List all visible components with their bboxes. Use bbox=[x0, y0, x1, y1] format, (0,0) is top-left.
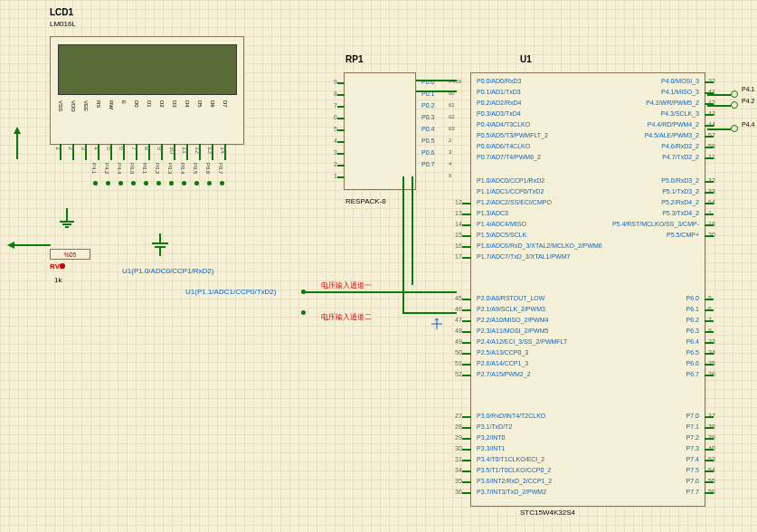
lcd-pin-num: 12 bbox=[194, 147, 201, 154]
lcd-pin-num: 9 bbox=[156, 147, 163, 150]
u1-lwire bbox=[462, 438, 471, 440]
wire-p44-out bbox=[707, 128, 731, 130]
u1-pin-right: P6.7 bbox=[686, 371, 699, 377]
rp1-net: P0.7 bbox=[421, 161, 434, 167]
u1-rwire bbox=[705, 136, 714, 138]
term-p41[interactable] bbox=[731, 90, 738, 98]
lcd-ref: LCD1 bbox=[50, 7, 73, 17]
rv1-component[interactable]: %05 bbox=[50, 249, 90, 260]
u1-pin-lnum: 48 bbox=[455, 328, 462, 334]
wire-ch1-h bbox=[303, 291, 457, 293]
lcd-net-dot bbox=[118, 181, 123, 185]
u1-pin-left: P0.1/AD1/TxD3 bbox=[477, 89, 521, 95]
lcd-pin-num: 11 bbox=[182, 147, 188, 154]
lcd-net: P0.4 bbox=[180, 163, 185, 174]
u1-lwire bbox=[462, 235, 471, 237]
signal-2: U1(P1.1/ADC1/CCP0/TxD2) bbox=[185, 288, 276, 296]
rp1-net: P0.5 bbox=[421, 138, 434, 144]
u1-pin-right: P4.0/MOSI_3 bbox=[661, 78, 699, 84]
u1-pin-right: P5.3/TxD4_2 bbox=[662, 210, 699, 216]
u1-pin-right: P5.5/CMP+ bbox=[667, 232, 699, 238]
rp1-part: RESPACK-8 bbox=[345, 197, 386, 205]
u1-lwire bbox=[462, 481, 471, 483]
u1-pin-right: P4.3/SCLK_3 bbox=[661, 110, 699, 117]
u1-pin-left: P2.1/A9/SCLK_2/PWM3 bbox=[477, 306, 545, 312]
u1-lwire bbox=[462, 246, 471, 248]
u1-pin-lnum: 31 bbox=[455, 456, 462, 462]
lcd-pin-label: D3 bbox=[172, 100, 177, 108]
u1-pin-right: P7.0 bbox=[686, 413, 699, 419]
rp1-pin-wire bbox=[337, 176, 345, 178]
lcd-net: P0.6 bbox=[205, 163, 211, 174]
lcd-net-dot bbox=[93, 181, 98, 185]
term-p44[interactable] bbox=[731, 125, 738, 132]
u1-rwire bbox=[705, 375, 714, 376]
u1-rwire bbox=[705, 192, 714, 194]
rp1-rpin: 63 bbox=[449, 126, 455, 131]
term-p42-lbl: P4.2 bbox=[742, 98, 754, 104]
u1-pin-right: P4.6/RxD2_2 bbox=[661, 143, 699, 149]
u1-rwire bbox=[705, 331, 714, 333]
u1-pin-lnum: 35 bbox=[455, 478, 462, 484]
u1-rwire bbox=[705, 114, 714, 116]
rp1-net: P0.4 bbox=[421, 126, 434, 132]
u1-pin-left: P0.2/AD2/RxD4 bbox=[477, 100, 521, 106]
rp1-net: P0.3 bbox=[421, 114, 434, 120]
lcd-pin-num: 3 bbox=[80, 147, 87, 150]
origin-marker bbox=[431, 318, 442, 329]
u1-part: STC15W4K32S4 bbox=[520, 508, 575, 517]
u1-pin-left: P2.5/A13/CCP0_3 bbox=[477, 349, 528, 356]
u1-lwire bbox=[462, 309, 471, 311]
u1-pin-left: P1.6/ADC6/RxD_3/XTAL2/MCLKO_2/PWM6 bbox=[477, 242, 602, 249]
lcd-net-dot bbox=[194, 181, 199, 185]
u1-pin-left: P3.5/T1/T0CLKO/CCP0_2 bbox=[477, 467, 551, 473]
signal-1: U1(P1.0/ADC0/CCP1/RxD2) bbox=[122, 267, 213, 275]
lcd-pin-label: E bbox=[121, 100, 127, 104]
rp1-rpin: 9 bbox=[449, 173, 451, 178]
u1-rwire bbox=[705, 181, 714, 183]
u1-pin-lnum: 51 bbox=[455, 360, 462, 366]
u1-ref: U1 bbox=[520, 54, 532, 64]
u1-pin-left: P2.0/A8/RSTOUT_LOW bbox=[477, 295, 544, 301]
u1-lwire bbox=[462, 320, 471, 322]
u1-rwire bbox=[705, 481, 714, 483]
u1-rwire bbox=[705, 320, 714, 322]
u1-rwire bbox=[705, 299, 714, 300]
u1-pin-lnum: 45 bbox=[455, 295, 462, 301]
u1-pin-lnum: 16 bbox=[455, 242, 462, 249]
term-arrow-1 bbox=[7, 242, 14, 249]
u1-pin-lnum: 14 bbox=[455, 221, 462, 227]
wire-ch2-h bbox=[402, 312, 457, 314]
u1-pin-left: P1.0/ADC0/CCP1/RxD2 bbox=[477, 177, 544, 184]
u1-pin-lnum: 49 bbox=[455, 338, 462, 345]
u1-lwire bbox=[462, 353, 471, 355]
junction-1 bbox=[301, 290, 306, 294]
lcd-net-dot bbox=[106, 181, 110, 185]
u1-pin-right: P5.4/RST/MCLKO/SS_3/CMP- bbox=[612, 221, 699, 227]
u1-rwire bbox=[705, 235, 714, 237]
lcd-pin-label: VEE bbox=[83, 100, 89, 111]
u1-component[interactable]: P0.0/AD0/RxD3P0.1/AD1/TxD3P0.2/AD2/RxD4P… bbox=[470, 72, 705, 507]
lcd-component[interactable]: VSS VDD VEE RS RW E D0 D1 D2 D3 D4 D5 D6… bbox=[50, 36, 244, 145]
u1-pin-left: P1.5/ADC5/SCLK bbox=[477, 232, 526, 238]
u1-lwire bbox=[462, 257, 471, 259]
rp1-pin-wire bbox=[337, 141, 345, 143]
u1-rwire bbox=[705, 125, 714, 127]
u1-pin-right: P4.2/WR/PWM5_2 bbox=[646, 100, 699, 106]
u1-pin-left: P2.2/A10/MISO_2/PWM4 bbox=[477, 317, 548, 323]
term-p42[interactable] bbox=[731, 101, 738, 109]
u1-lwire bbox=[462, 470, 471, 472]
lcd-net-dot bbox=[156, 181, 161, 185]
lcd-net: P0.2 bbox=[155, 163, 160, 174]
u1-pin-right: P7.6 bbox=[686, 478, 699, 484]
channel-2: 电压输入通道二 bbox=[321, 312, 372, 322]
u1-rwire bbox=[705, 147, 714, 148]
channel-1: 电压输入通道一 bbox=[321, 280, 372, 290]
u1-pin-lnum: 15 bbox=[455, 232, 462, 238]
u1-pin-left: P1.4/ADC4/MISO bbox=[477, 221, 526, 227]
rp1-pin-wire bbox=[337, 153, 345, 155]
u1-lwire bbox=[462, 331, 471, 333]
u1-lwire bbox=[462, 224, 471, 226]
u1-pin-left: P0.0/AD0/RxD3 bbox=[477, 78, 521, 84]
rp1-component[interactable]: 9 P0.0P4598 P0.1607 P0.2616 P0.3625 P0.4… bbox=[344, 72, 416, 190]
